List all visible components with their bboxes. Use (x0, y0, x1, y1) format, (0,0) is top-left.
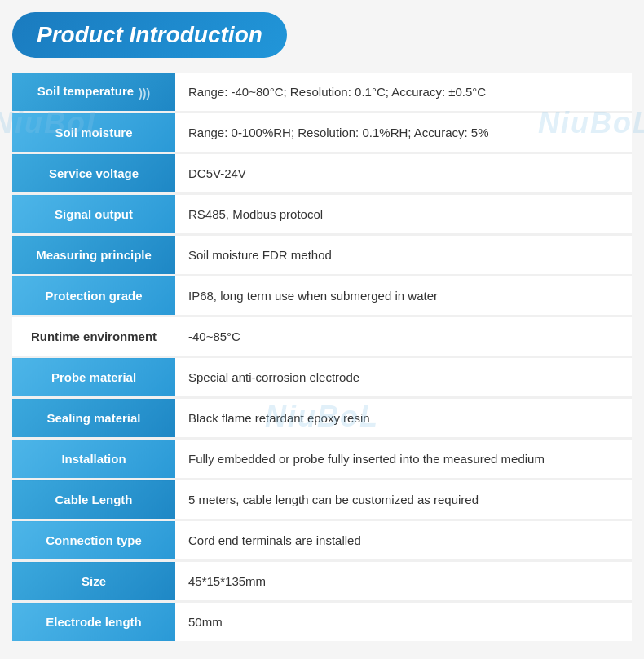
label-cell: Sealing material (12, 398, 175, 439)
value-cell: -40~85°C (175, 316, 632, 357)
label-cell: Probe material (12, 357, 175, 398)
wifi-icon: ))) (139, 86, 150, 100)
table-row: Measuring principleSoil moisture FDR met… (12, 235, 632, 276)
label-cell: Installation (12, 439, 175, 480)
value-cell: 45*15*135mm (175, 561, 632, 602)
value-cell: Black flame retardant epoxy resin (175, 398, 632, 439)
label-cell: Signal output (12, 194, 175, 235)
table-row: Sealing materialBlack flame retardant ep… (12, 398, 632, 439)
value-cell: 50mm (175, 602, 632, 642)
table-row: Electrode length50mm (12, 602, 632, 642)
table-row: Soil moistureRange: 0-100%RH; Resolution… (12, 113, 632, 153)
spec-table: Soil temperature ))) Range: -40~80°C; Re… (12, 73, 632, 641)
table-row: Probe materialSpecial anti-corrosion ele… (12, 357, 632, 398)
table-row: Size45*15*135mm (12, 561, 632, 602)
table-row: Signal outputRS485, Modbus protocol (12, 194, 632, 235)
value-cell: 5 meters, cable length can be customized… (175, 480, 632, 520)
table-row: Service voltageDC5V-24V (12, 153, 632, 194)
value-cell: Soil moisture FDR method (175, 235, 632, 276)
value-cell: Range: -40~80°C; Resolution: 0.1°C; Accu… (175, 73, 632, 113)
label-cell: Size (12, 561, 175, 602)
label-cell: Electrode length (12, 602, 175, 642)
title-banner: Product Introduction (12, 12, 287, 58)
table-row: Runtime environment-40~85°C (12, 316, 632, 357)
table-row: Cable Length5 meters, cable length can b… (12, 480, 632, 520)
table-row: Soil temperature ))) Range: -40~80°C; Re… (12, 73, 632, 113)
table-row: Connection typeCord end terminals are in… (12, 520, 632, 561)
value-cell: Range: 0-100%RH; Resolution: 0.1%RH; Acc… (175, 113, 632, 153)
table-row: Protection gradeIP68, long term use when… (12, 276, 632, 316)
value-cell: IP68, long term use when submerged in wa… (175, 276, 632, 316)
label-cell: Protection grade (12, 276, 175, 316)
value-cell: DC5V-24V (175, 153, 632, 194)
label-cell: Connection type (12, 520, 175, 561)
label-cell: Soil temperature ))) (12, 73, 175, 113)
label-cell: Cable Length (12, 480, 175, 520)
table-row: InstallationFully embedded or probe full… (12, 439, 632, 480)
label-cell: Soil moisture (12, 113, 175, 153)
value-cell: Cord end terminals are installed (175, 520, 632, 561)
label-cell: Service voltage (12, 153, 175, 194)
label-cell: Runtime environment (12, 316, 175, 357)
page-wrapper: NiuBoL NiuBoL NiuBoL Product Introductio… (0, 0, 644, 659)
value-cell: RS485, Modbus protocol (175, 194, 632, 235)
value-cell: Fully embedded or probe fully inserted i… (175, 439, 632, 480)
page-title: Product Introduction (37, 22, 262, 48)
value-cell: Special anti-corrosion electrode (175, 357, 632, 398)
label-cell: Measuring principle (12, 235, 175, 276)
